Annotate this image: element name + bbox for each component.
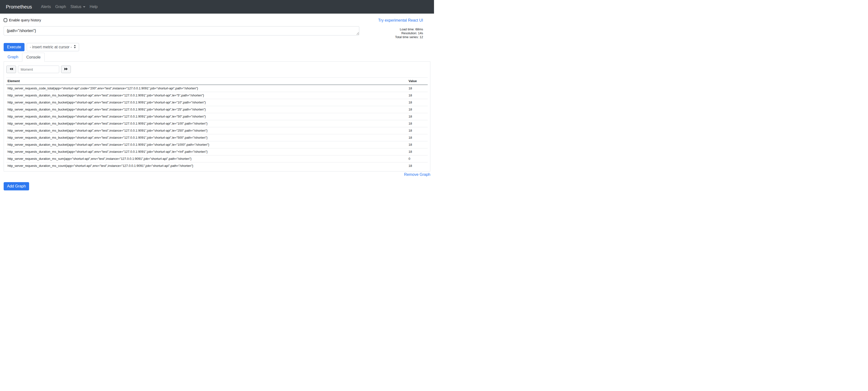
value-column-header: Value <box>407 78 428 85</box>
brand-prometheus[interactable]: Prometheus <box>6 4 32 10</box>
table-row: http_server_requests_duration_ms_bucket{… <box>6 127 428 134</box>
enable-query-history-label: Enable query history <box>9 18 41 22</box>
element-cell: http_server_requests_duration_ms_count{a… <box>6 163 407 169</box>
element-cell: http_server_requests_duration_ms_bucket{… <box>6 134 407 141</box>
value-cell: 18 <box>407 106 428 113</box>
add-graph-button[interactable]: Add Graph <box>4 182 29 190</box>
console-table-header-row: Element Value <box>6 78 428 85</box>
execute-row: Execute - insert metric at cursor - <box>4 43 430 51</box>
main-content: Enable query history Try experimental Re… <box>0 18 434 190</box>
value-cell: 18 <box>407 99 428 106</box>
element-cell: http_server_requests_duration_ms_bucket{… <box>6 92 407 99</box>
remove-graph-link[interactable]: Remove Graph <box>404 172 431 176</box>
caret-down-icon <box>83 6 85 7</box>
element-cell: http_server_requests_duration_ms_bucket{… <box>6 148 407 156</box>
value-cell: 18 <box>407 120 428 127</box>
expression-input[interactable]: {path="/shorten"} <box>4 26 359 35</box>
table-row: http_server_requests_code_total{app="sho… <box>6 85 428 92</box>
select-arrows-icon <box>74 45 76 49</box>
nav-item-graph[interactable]: Graph <box>53 3 68 11</box>
value-cell: 18 <box>407 163 428 169</box>
element-cell: http_server_requests_duration_ms_bucket{… <box>6 127 407 134</box>
value-cell: 18 <box>407 148 428 156</box>
table-row: http_server_requests_duration_ms_sum{app… <box>6 156 428 163</box>
element-cell: http_server_requests_duration_ms_bucket{… <box>6 113 407 120</box>
table-row: http_server_requests_duration_ms_bucket{… <box>6 141 428 148</box>
table-row: http_server_requests_duration_ms_bucket{… <box>6 92 428 99</box>
table-row: http_server_requests_duration_ms_bucket{… <box>6 113 428 120</box>
fast-backward-icon <box>9 67 13 71</box>
nav-item-alerts[interactable]: Alerts <box>39 3 53 11</box>
query-row: {path="/shorten"} Load time: 68ms Resolu… <box>4 26 430 39</box>
total-time-series: Total time series: 12 <box>359 35 423 39</box>
moment-input[interactable] <box>18 65 59 73</box>
element-cell: http_server_requests_duration_ms_bucket{… <box>6 120 407 127</box>
table-row: http_server_requests_duration_ms_bucket{… <box>6 99 428 106</box>
element-cell: http_server_requests_duration_ms_sum{app… <box>6 156 407 163</box>
value-cell: 18 <box>407 85 428 92</box>
nav-item-help[interactable]: Help <box>88 3 100 11</box>
table-row: http_server_requests_duration_ms_count{a… <box>6 163 428 169</box>
element-cell: http_server_requests_duration_ms_bucket{… <box>6 99 407 106</box>
table-row: http_server_requests_duration_ms_bucket{… <box>6 148 428 156</box>
table-row: http_server_requests_duration_ms_bucket{… <box>6 106 428 113</box>
nav-item-status-label: Status <box>70 5 81 9</box>
panel-tabs: Graph Console <box>4 53 430 62</box>
resolution: Resolution: 14s <box>359 31 423 35</box>
table-row: http_server_requests_duration_ms_bucket{… <box>6 134 428 141</box>
console-panel: Element Value http_server_requests_code_… <box>4 62 430 171</box>
nav-item-status[interactable]: Status <box>68 3 87 11</box>
expression-input-wrap: {path="/shorten"} <box>4 26 359 35</box>
enable-query-history[interactable]: Enable query history <box>4 18 41 22</box>
element-cell: http_server_requests_duration_ms_bucket{… <box>6 141 407 148</box>
element-cell: http_server_requests_code_total{app="sho… <box>6 85 407 92</box>
value-cell: 0 <box>407 156 428 163</box>
value-cell: 18 <box>407 141 428 148</box>
table-row: http_server_requests_duration_ms_bucket{… <box>6 120 428 127</box>
navbar: Prometheus Alerts Graph Status Help <box>0 0 434 13</box>
enable-query-history-checkbox[interactable] <box>4 18 7 22</box>
moment-row <box>6 65 428 73</box>
value-cell: 18 <box>407 113 428 120</box>
react-ui-link[interactable]: Try experimental React UI <box>378 18 430 23</box>
fast-forward-icon <box>64 67 68 71</box>
insert-metric-select-label: - insert metric at cursor - <box>30 45 72 49</box>
execute-button[interactable]: Execute <box>4 43 25 51</box>
tab-console[interactable]: Console <box>22 53 44 62</box>
console-table-body: http_server_requests_code_total{app="sho… <box>6 85 428 169</box>
element-cell: http_server_requests_duration_ms_bucket{… <box>6 106 407 113</box>
element-column-header: Element <box>6 78 407 85</box>
moment-back-button[interactable] <box>6 65 16 73</box>
value-cell: 18 <box>407 127 428 134</box>
remove-graph-row: Remove Graph <box>4 172 430 177</box>
tab-graph[interactable]: Graph <box>4 53 22 61</box>
value-cell: 18 <box>407 134 428 141</box>
insert-metric-select[interactable]: - insert metric at cursor - <box>27 43 79 51</box>
moment-forward-button[interactable] <box>61 65 71 73</box>
query-stats: Load time: 68ms Resolution: 14s Total ti… <box>359 27 430 39</box>
topbar-row: Enable query history Try experimental Re… <box>4 18 430 23</box>
console-table: Element Value http_server_requests_code_… <box>6 78 428 169</box>
load-time: Load time: 68ms <box>359 27 423 31</box>
value-cell: 18 <box>407 92 428 99</box>
